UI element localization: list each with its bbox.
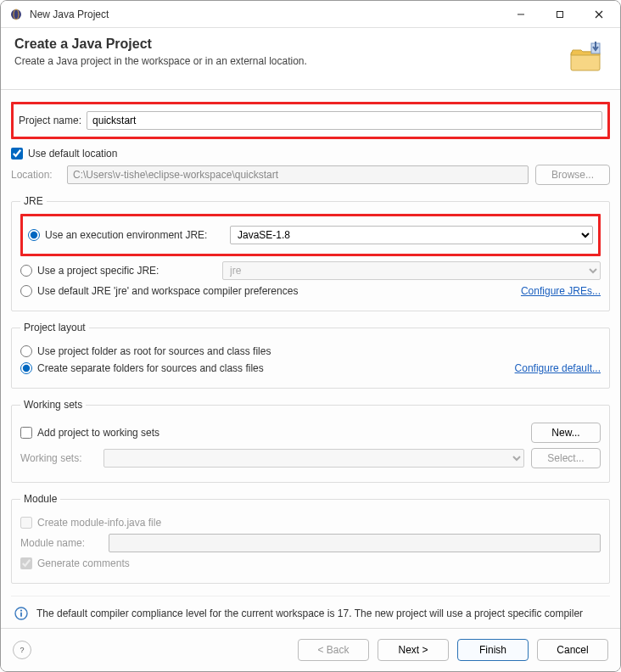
layout-root-label: Use project folder as root for sources a…: [37, 345, 271, 357]
eclipse-icon: [9, 8, 23, 21]
project-jre-label: Use a project specific JRE:: [37, 265, 159, 277]
page-subtitle: Create a Java project in the workspace o…: [14, 55, 307, 67]
finish-button[interactable]: Finish: [457, 639, 529, 661]
module-name-label: Module name:: [20, 537, 102, 549]
generate-comments-label: Generate comments: [37, 557, 130, 569]
new-working-set-button[interactable]: New...: [531, 423, 601, 443]
module-legend: Module: [20, 493, 60, 505]
default-jre-label: Use default JRE 'jre' and workspace comp…: [37, 285, 298, 297]
generate-comments-checkbox: [20, 557, 32, 569]
configure-default-link[interactable]: Configure default...: [515, 362, 601, 374]
project-name-highlight: Project name:: [11, 102, 610, 139]
browse-button[interactable]: Browse...: [535, 165, 610, 185]
layout-separate-label: Create separate folders for sources and …: [37, 362, 264, 374]
back-button[interactable]: < Back: [298, 639, 369, 661]
exec-env-label: Use an execution environment JRE:: [45, 229, 207, 241]
footer: ? < Back Next > Finish Cancel: [1, 628, 620, 671]
svg-rect-3: [557, 11, 563, 17]
exec-env-combo[interactable]: JavaSE-1.8: [230, 226, 593, 244]
svg-rect-11: [20, 613, 22, 617]
location-label: Location:: [11, 169, 60, 181]
content-area: Project name: Use default location Locat…: [1, 90, 620, 628]
close-button[interactable]: [579, 2, 618, 27]
info-message: The default compiler compliance level fo…: [36, 608, 583, 619]
configure-jres-link[interactable]: Configure JREs...: [521, 285, 601, 297]
project-layout-legend: Project layout: [20, 322, 89, 333]
page-title: Create a Java Project: [14, 36, 307, 52]
default-jre-radio[interactable]: [20, 285, 32, 297]
maximize-button[interactable]: [540, 2, 579, 27]
exec-env-radio[interactable]: [28, 229, 40, 241]
help-icon[interactable]: ?: [13, 641, 31, 659]
svg-point-10: [20, 610, 22, 612]
use-default-location-label: Use default location: [28, 148, 117, 160]
working-sets-label: Working sets:: [20, 452, 97, 464]
info-icon: [14, 607, 28, 620]
working-sets-group: Working sets Add project to working sets…: [11, 399, 610, 483]
cancel-button[interactable]: Cancel: [537, 639, 608, 661]
module-group: Module Create module-info.java file Modu…: [11, 493, 610, 584]
project-name-label: Project name:: [19, 115, 81, 126]
add-to-sets-checkbox[interactable]: [20, 427, 32, 439]
create-module-info-label: Create module-info.java file: [37, 517, 161, 529]
window-controls: [501, 2, 618, 27]
window-title: New Java Project: [30, 8, 501, 20]
next-button[interactable]: Next >: [378, 639, 449, 661]
layout-root-radio[interactable]: [20, 345, 32, 357]
project-layout-group: Project layout Use project folder as roo…: [11, 322, 610, 389]
svg-text:?: ?: [20, 646, 24, 654]
banner: Create a Java Project Create a Java proj…: [1, 28, 620, 90]
working-sets-combo: [104, 449, 524, 468]
create-module-info-checkbox: [20, 517, 32, 529]
titlebar: New Java Project: [1, 1, 620, 28]
module-name-input: [109, 534, 601, 552]
layout-separate-radio[interactable]: [20, 362, 32, 374]
select-working-sets-button[interactable]: Select...: [531, 448, 601, 468]
add-to-sets-label: Add project to working sets: [37, 427, 159, 439]
working-sets-legend: Working sets: [20, 399, 86, 411]
minimize-button[interactable]: [501, 2, 540, 27]
jre-legend: JRE: [20, 195, 47, 207]
svg-point-0: [11, 9, 21, 20]
location-input: [67, 165, 529, 184]
project-jre-combo: jre: [222, 261, 601, 280]
project-name-input[interactable]: [87, 111, 602, 130]
use-default-location-checkbox[interactable]: [11, 148, 23, 160]
folder-wizard-icon: [566, 36, 607, 77]
info-bar: The default compiler compliance level fo…: [11, 596, 610, 628]
project-jre-radio[interactable]: [20, 265, 32, 277]
jre-group: JRE Use an execution environment JRE: Ja…: [11, 195, 610, 311]
